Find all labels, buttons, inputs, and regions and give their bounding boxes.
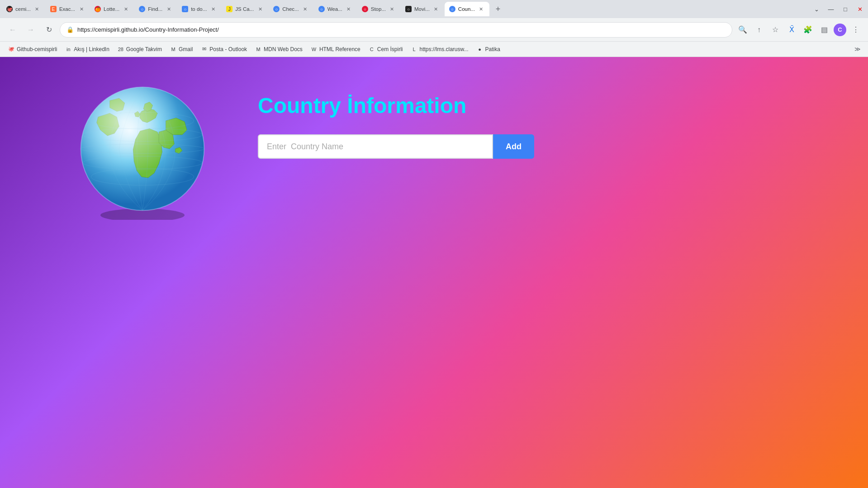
tab-favicon: ○: [405, 6, 412, 12]
search-row: Add: [258, 134, 534, 159]
tab-label: Exac...: [59, 6, 75, 12]
tab-label: Lotte...: [104, 6, 119, 12]
bookmarks-more-button[interactable]: ≫: [852, 44, 863, 54]
browser-frame: 🐙 cemi... ✕ E Exac... ✕ 🍊 Lotte... ✕ ○ F…: [0, 0, 868, 488]
svg-point-8: [81, 87, 204, 211]
bookmark-item[interactable]: ● Patika: [473, 44, 504, 54]
tab-movie[interactable]: ○ Movi... ✕: [401, 2, 444, 16]
tab-close-icon[interactable]: ✕: [389, 5, 396, 13]
bookmark-label: Github-cemispirli: [17, 46, 57, 52]
bookmark-item[interactable]: ✉ Posta - Outlook: [197, 44, 251, 54]
tab-favicon: ○: [182, 6, 188, 12]
url-bar[interactable]: 🔒 https://cemispirli.github.io/Country-I…: [60, 22, 732, 38]
reload-button[interactable]: ↻: [42, 23, 56, 37]
add-button[interactable]: Add: [493, 134, 534, 159]
tab-exact[interactable]: E Exac... ✕: [46, 2, 90, 16]
tab-favicon: E: [50, 6, 57, 12]
tab-label: Coun...: [458, 6, 475, 12]
url-text: https://cemispirli.github.io/Country-Inf…: [77, 26, 726, 33]
bookmark-item[interactable]: 🐙 Github-cemispirli: [5, 44, 61, 54]
tab-country[interactable]: ○ Coun... ✕: [445, 2, 489, 16]
bookmark-item[interactable]: L https://lms.clarusw...: [407, 44, 472, 54]
app-section: Country İnformation Add: [258, 93, 534, 159]
back-button[interactable]: ←: [5, 23, 20, 37]
minimize-button[interactable]: —: [825, 3, 837, 15]
tab-favicon: 🐙: [6, 6, 13, 12]
tab-close-icon[interactable]: ✕: [256, 5, 264, 13]
tab-favicon: J: [226, 6, 232, 12]
bookmark-favicon: M: [170, 46, 176, 52]
tab-label: Wea...: [327, 6, 342, 12]
tab-js[interactable]: J JS Ca... ✕: [222, 2, 268, 16]
tab-bar-right: ⌄ — □ ✕: [810, 3, 866, 15]
bookmark-favicon: 28: [118, 46, 124, 52]
tab-bar: 🐙 cemi... ✕ E Exac... ✕ 🍊 Lotte... ✕ ○ F…: [0, 0, 868, 18]
bookmark-label: Patika: [485, 46, 500, 52]
tab-weather[interactable]: ○ Wea... ✕: [314, 2, 357, 16]
bookmark-item[interactable]: C Cem İspirli: [365, 44, 407, 54]
lock-icon: 🔒: [66, 26, 74, 33]
puzzle-icon[interactable]: 🧩: [801, 23, 815, 37]
menu-button[interactable]: ⋮: [849, 23, 863, 37]
tab-label: Movi...: [414, 6, 430, 12]
tab-label: JS Ca...: [235, 6, 254, 12]
bookmark-label: MDN Web Docs: [264, 46, 303, 52]
tab-close-icon[interactable]: ✕: [122, 5, 129, 13]
tab-close-icon[interactable]: ✕: [78, 5, 85, 13]
tab-favicon: ○: [139, 6, 145, 12]
bookmark-favicon: 🐙: [8, 46, 14, 52]
new-tab-button[interactable]: +: [492, 3, 504, 15]
tab-close-icon[interactable]: ✕: [209, 5, 217, 13]
tab-stop[interactable]: ○ Stop... ✕: [357, 2, 400, 16]
tab-close-icon[interactable]: ✕: [33, 5, 41, 13]
search-icon[interactable]: 🔍: [736, 23, 749, 37]
bookmark-item[interactable]: M MDN Web Docs: [251, 44, 306, 54]
profile-button[interactable]: C: [834, 24, 846, 36]
bookmark-item[interactable]: in Akış | LinkedIn: [62, 44, 113, 54]
tab-close-icon[interactable]: ✕: [432, 5, 440, 13]
tab-close-icon[interactable]: ✕: [165, 5, 172, 13]
tab-todo[interactable]: ○ to do... ✕: [177, 2, 221, 16]
bookmark-label: Posta - Outlook: [209, 46, 247, 52]
bookmark-favicon: L: [411, 46, 417, 52]
tab-favicon: ○: [449, 6, 455, 12]
bookmark-label: Gmail: [179, 46, 193, 52]
tab-label: Find...: [148, 6, 162, 12]
page-title: Country İnformation: [258, 93, 534, 118]
bookmark-favicon: W: [311, 46, 317, 52]
page-content: Country İnformation Add: [0, 57, 868, 488]
bookmark-label: HTML Reference: [319, 46, 360, 52]
country-name-input[interactable]: [258, 134, 493, 159]
address-bar: ← → ↻ 🔒 https://cemispirli.github.io/Cou…: [0, 18, 868, 42]
close-button[interactable]: ✕: [854, 3, 866, 15]
tab-close-icon[interactable]: ✕: [478, 5, 485, 13]
tab-favicon: ○: [318, 6, 325, 12]
tab-favicon: ○: [362, 6, 368, 12]
bookmark-favicon: ●: [477, 46, 483, 52]
tab-label: Chec...: [282, 6, 299, 12]
sidebar-icon[interactable]: ▤: [817, 23, 831, 37]
tab-lotte[interactable]: 🍊 Lotte... ✕: [90, 2, 134, 16]
tab-find[interactable]: ○ Find... ✕: [134, 2, 177, 16]
translate-icon[interactable]: X̄: [785, 23, 798, 37]
tab-label: Stop...: [371, 6, 386, 12]
bookmark-item[interactable]: M Gmail: [166, 44, 196, 54]
bookmark-label: https://lms.clarusw...: [419, 46, 468, 52]
tab-cemi[interactable]: 🐙 cemi... ✕: [2, 2, 45, 16]
tab-overflow-button[interactable]: ⌄: [810, 3, 823, 15]
forward-button[interactable]: →: [24, 23, 38, 37]
bookmark-favicon: ✉: [201, 46, 207, 52]
share-icon[interactable]: ↑: [752, 23, 766, 37]
bookmark-favicon: in: [65, 46, 71, 52]
bookmark-item[interactable]: W HTML Reference: [307, 44, 364, 54]
tab-check[interactable]: ○ Chec... ✕: [269, 2, 313, 16]
bookmark-item[interactable]: 28 Google Takvim: [114, 44, 166, 54]
tab-close-icon[interactable]: ✕: [302, 5, 309, 13]
maximize-button[interactable]: □: [839, 3, 852, 15]
tab-favicon: ○: [273, 6, 280, 12]
bookmark-label: Google Takvim: [126, 46, 162, 52]
bookmark-icon[interactable]: ☆: [768, 23, 782, 37]
tab-close-icon[interactable]: ✕: [345, 5, 352, 13]
bookmark-favicon: M: [255, 46, 261, 52]
globe-image: [72, 80, 213, 220]
